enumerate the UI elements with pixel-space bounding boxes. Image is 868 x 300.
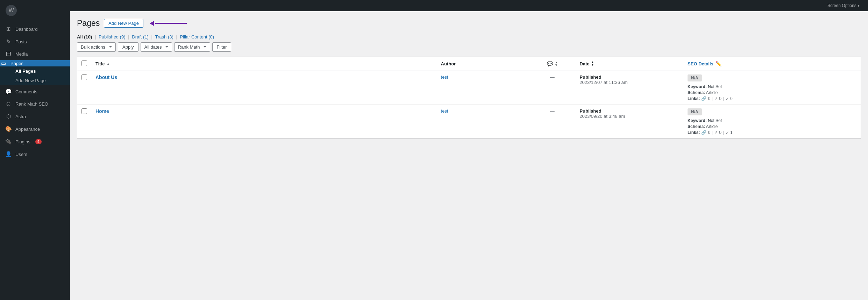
sidebar-item-users[interactable]: 👤 Users: [0, 148, 70, 160]
page-title: Pages: [77, 18, 100, 29]
date-sort[interactable]: Date ▲ ▼: [579, 61, 679, 66]
filter-links: All (10) | Published (9) | Draft (1) | T…: [77, 34, 861, 40]
seo-link-count-home-2: 1: [730, 130, 733, 135]
filter-published-link[interactable]: Published (9): [99, 34, 127, 40]
seo-link-icon-about-us-2: ↙: [725, 96, 729, 101]
sidebar-nav: ⊞ Dashboard ✎ Posts 🎞 Media ▭ Pages All …: [0, 23, 70, 160]
sidebar-item-dashboard[interactable]: ⊞ Dashboard: [0, 23, 70, 35]
table-row: Hometest—Published2023/09/20 at 3:48 am …: [77, 105, 861, 138]
select-all-header: [77, 57, 92, 71]
sidebar-item-posts[interactable]: ✎ Posts: [0, 35, 70, 48]
row-checkbox-home[interactable]: [81, 108, 87, 114]
page-content: Pages Add New Page All (10) | Published …: [70, 11, 868, 300]
sidebar-item-label: Posts: [15, 39, 27, 44]
author-column-header: Author: [437, 57, 529, 71]
filter-draft-link[interactable]: Draft (1): [132, 34, 150, 40]
sidebar-item-appearance[interactable]: 🎨 Appearance: [0, 123, 70, 135]
comments-column-header: 💬 ▲ ▼: [529, 57, 575, 71]
chevron-down-icon: ▾: [858, 3, 860, 8]
seo-badge-home: N/A: [688, 108, 702, 115]
comments-icon: 💬: [5, 88, 12, 95]
page-title-link-about-us[interactable]: About Us: [95, 74, 117, 80]
seo-edit-icon[interactable]: ✏️: [716, 61, 721, 66]
table-row: About Ustest—Published2023/12/07 at 11:3…: [77, 71, 861, 105]
page-header: Pages Add New Page: [77, 18, 861, 29]
filter-pillar-link[interactable]: Pillar Content (0): [180, 34, 214, 40]
pages-icon: ▭: [0, 60, 7, 66]
sort-down-icon: ▼: [591, 64, 594, 66]
sidebar-item-media[interactable]: 🎞 Media: [0, 48, 70, 60]
filter-trash-link[interactable]: Trash (3): [155, 34, 175, 40]
page-title-link-home[interactable]: Home: [95, 108, 109, 114]
author-link-home[interactable]: test: [441, 108, 448, 114]
table-header-row: Title ▲ Author 💬 ▲ ▼ Date: [77, 57, 861, 71]
logo-icon: W: [6, 5, 17, 16]
arrow-head-icon: [150, 21, 154, 26]
seo-link-count-about-us-2: 0: [730, 96, 733, 101]
row-checkbox-about-us[interactable]: [81, 74, 87, 80]
sidebar-item-label: Media: [15, 51, 28, 57]
seo-link-count-home-0: 0: [708, 130, 710, 135]
sidebar-item-label: Users: [15, 152, 27, 157]
sidebar-item-label: Comments: [15, 89, 37, 94]
sidebar-item-label: Appearance: [15, 127, 40, 132]
seo-keyword-home: Keyword: Not Set: [688, 118, 856, 123]
table-body: About Ustest—Published2023/12/07 at 11:3…: [77, 71, 861, 138]
title-column-header[interactable]: Title ▲: [91, 57, 437, 71]
sidebar-item-label: Rank Math SEO: [15, 101, 48, 107]
seo-links-home: Links: 🔗 0 | ↗ 0 | ↙ 1: [688, 130, 856, 135]
sidebar-item-astra[interactable]: ⬡ Astra: [0, 110, 70, 123]
arrow-line: [155, 23, 187, 24]
filter-all-link[interactable]: All (10): [77, 34, 93, 40]
main-content: Screen Options ▾ Pages Add New Page All …: [70, 0, 868, 300]
add-new-page-button[interactable]: Add New Page: [104, 19, 143, 28]
date-value-about-us: 2023/12/07 at 11:36 am: [579, 80, 627, 85]
comments-value-about-us: —: [550, 74, 555, 80]
rank-math-filter-select[interactable]: Rank Math: [174, 42, 210, 52]
sidebar-item-pages[interactable]: ▭ Pages: [0, 60, 70, 66]
seo-links-about-us: Links: 🔗 0 | ↗ 0 | ↙ 0: [688, 96, 856, 101]
sidebar-item-plugins[interactable]: 🔌 Plugins 4: [0, 135, 70, 148]
sidebar: W ⊞ Dashboard ✎ Posts 🎞 Media ▭ Pages Al…: [0, 0, 70, 300]
comments-sort-icon[interactable]: ▲ ▼: [555, 61, 557, 67]
bulk-actions-select[interactable]: Bulk actions: [77, 42, 116, 52]
author-link-about-us[interactable]: test: [441, 74, 448, 80]
seo-link-icon-home-0: 🔗: [701, 130, 706, 135]
filter-button[interactable]: Filter: [212, 42, 232, 52]
sidebar-item-label: Astra: [15, 114, 26, 119]
seo-column-header: SEO Details ✏️: [683, 57, 861, 71]
media-icon: 🎞: [5, 51, 12, 57]
appearance-icon: 🎨: [5, 126, 12, 132]
astra-icon: ⬡: [5, 113, 12, 120]
dates-filter-select[interactable]: All dates: [141, 42, 172, 52]
screen-options-button[interactable]: Screen Options ▾: [825, 2, 862, 9]
site-logo: W: [0, 0, 70, 21]
sidebar-sub-all-pages[interactable]: All Pages: [0, 66, 70, 76]
apply-button[interactable]: Apply: [118, 42, 138, 52]
seo-badge-about-us: N/A: [688, 74, 702, 81]
sidebar-item-rank-math-seo[interactable]: ® Rank Math SEO: [0, 98, 70, 110]
posts-icon: ✎: [5, 38, 12, 45]
toolbar: Bulk actions Apply All dates Rank Math F…: [77, 42, 861, 52]
pages-table: Title ▲ Author 💬 ▲ ▼ Date: [77, 57, 861, 139]
seo-schema-about-us: Schema: Article: [688, 90, 856, 95]
sidebar-sub-add-new-page[interactable]: Add New Page: [0, 76, 70, 85]
sidebar-item-label: Pages: [10, 61, 23, 66]
seo-keyword-about-us: Keyword: Not Set: [688, 84, 856, 89]
seo-link-count-home-1: 0: [719, 130, 721, 135]
seo-schema-home: Schema: Article: [688, 124, 856, 129]
users-icon: 👤: [5, 151, 12, 157]
select-all-checkbox[interactable]: [81, 60, 87, 66]
date-value-home: 2023/09/20 at 3:48 am: [579, 114, 625, 119]
title-sort[interactable]: Title ▲: [95, 61, 433, 66]
sidebar-item-comments[interactable]: 💬 Comments: [0, 85, 70, 98]
pages-submenu: All Pages Add New Page: [0, 66, 70, 85]
plugins-icon: 🔌: [5, 138, 12, 145]
date-status-home: Published: [579, 108, 601, 114]
sidebar-item-label: Dashboard: [15, 27, 38, 32]
date-column-header[interactable]: Date ▲ ▼: [575, 57, 683, 71]
date-sort-icon: ▲ ▼: [591, 61, 594, 66]
topbar: Screen Options ▾: [70, 0, 868, 11]
comment-icon: 💬: [547, 61, 553, 66]
seo-link-icon-home-1: ↗: [714, 130, 718, 135]
